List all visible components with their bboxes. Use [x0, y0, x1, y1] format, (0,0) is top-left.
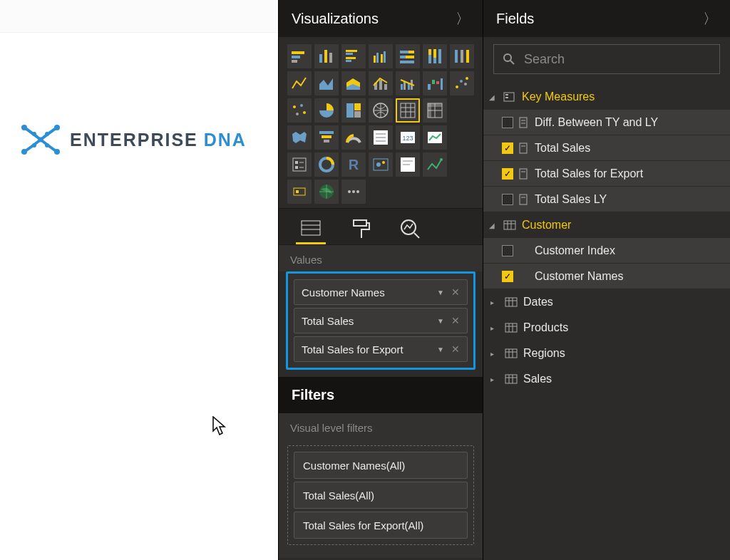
- values-field-well[interactable]: Customer Names ▼ ✕ Total Sales ▼ ✕ Total…: [286, 271, 475, 370]
- field-item[interactable]: ✓ Total Sales for Export: [483, 161, 730, 187]
- measure-icon: [519, 194, 529, 205]
- card-icon[interactable]: 123: [396, 125, 420, 150]
- svg-rect-10: [292, 56, 300, 58]
- filter-card[interactable]: Total Sales(All): [294, 482, 468, 509]
- stacked-column-chart-icon[interactable]: [314, 44, 339, 68]
- svg-rect-117: [520, 195, 527, 204]
- svg-rect-45: [436, 81, 439, 84]
- checkbox[interactable]: [502, 117, 513, 128]
- treemap-icon[interactable]: [341, 98, 366, 123]
- area-chart-icon[interactable]: [314, 71, 339, 95]
- globe-visual-icon[interactable]: [314, 180, 339, 204]
- fields-tab[interactable]: [296, 213, 326, 244]
- checkbox-checked[interactable]: ✓: [502, 142, 513, 154]
- line-stacked-column-icon[interactable]: [369, 71, 393, 95]
- filter-card[interactable]: Customer Names(All): [294, 452, 468, 479]
- visual-level-filters-label: Visual level filters: [279, 413, 483, 440]
- visual-level-filters-well[interactable]: Customer Names(All) Total Sales(All) Tot…: [287, 445, 474, 545]
- clustered-bar-chart-icon[interactable]: [341, 44, 366, 68]
- visualizations-header[interactable]: Visualizations 〉: [279, 0, 483, 37]
- matrix-visual-icon[interactable]: [423, 98, 447, 123]
- field-item[interactable]: Diff. Between TY and LY: [483, 110, 730, 135]
- table-key-measures[interactable]: ◢ Key Measures: [483, 84, 730, 110]
- pie-chart-icon[interactable]: [287, 98, 312, 123]
- chevron-right-icon[interactable]: 〉: [456, 9, 470, 28]
- fields-header[interactable]: Fields 〉: [483, 0, 730, 37]
- kpi-icon[interactable]: [423, 125, 447, 150]
- measure-icon: [519, 142, 529, 154]
- donut-outline-icon[interactable]: [314, 152, 339, 177]
- custom-visual-1-icon[interactable]: [396, 152, 420, 177]
- filled-map-icon[interactable]: [287, 125, 312, 150]
- remove-icon[interactable]: ✕: [451, 343, 460, 355]
- fields-tree: ◢ Key Measures Diff. Between TY and LY ✓…: [483, 81, 730, 403]
- r-visual-icon[interactable]: R: [341, 152, 366, 177]
- hundred-stacked-bar-icon[interactable]: [396, 44, 420, 68]
- hundred-stacked-column-icon[interactable]: [423, 44, 447, 68]
- fields-search-input[interactable]: [524, 52, 711, 67]
- table-customer[interactable]: ◢ Customer: [483, 212, 730, 238]
- funnel-chart-icon[interactable]: [314, 125, 339, 150]
- remove-icon[interactable]: ✕: [451, 286, 460, 298]
- analytics-tab[interactable]: [396, 213, 426, 244]
- stacked-area-chart-icon[interactable]: [341, 71, 366, 95]
- caret-right-icon: ▸: [490, 299, 499, 306]
- svg-rect-35: [466, 50, 469, 63]
- value-field-item[interactable]: Total Sales ▼ ✕: [294, 308, 468, 333]
- ribbon-chart-icon[interactable]: [450, 44, 474, 68]
- filters-header[interactable]: Filters: [279, 377, 483, 413]
- checkbox[interactable]: [502, 245, 513, 256]
- table-dates[interactable]: ▸ Dates: [483, 289, 730, 315]
- svg-rect-70: [322, 135, 331, 138]
- checkbox[interactable]: [502, 194, 513, 205]
- field-item[interactable]: ✓ Total Sales: [483, 135, 730, 161]
- svg-rect-102: [354, 220, 366, 226]
- svg-rect-79: [293, 158, 306, 171]
- chevron-right-icon[interactable]: 〉: [703, 9, 717, 28]
- field-item[interactable]: Total Sales LY: [483, 187, 730, 212]
- map-icon[interactable]: [369, 98, 393, 123]
- more-visuals-icon[interactable]: [341, 180, 366, 204]
- fields-search[interactable]: [493, 44, 720, 74]
- table-visual-icon[interactable]: [396, 98, 420, 123]
- svg-point-0: [21, 125, 27, 130]
- chevron-down-icon[interactable]: ▼: [437, 289, 444, 296]
- svg-rect-14: [329, 53, 332, 63]
- custom-visual-2-icon[interactable]: [423, 152, 447, 177]
- value-field-item[interactable]: Customer Names ▼ ✕: [294, 279, 468, 305]
- chevron-down-icon[interactable]: ▼: [437, 317, 444, 325]
- caret-down-icon: ◢: [489, 93, 498, 101]
- chevron-down-icon[interactable]: ▼: [437, 346, 444, 353]
- svg-point-1: [54, 125, 60, 130]
- line-clustered-column-icon[interactable]: [396, 71, 420, 95]
- custom-visual-3-icon[interactable]: [287, 180, 312, 204]
- svg-rect-38: [384, 84, 387, 90]
- remove-icon[interactable]: ✕: [451, 315, 460, 326]
- table-products[interactable]: ▸ Products: [483, 315, 730, 341]
- clustered-column-chart-icon[interactable]: [369, 44, 393, 68]
- field-item[interactable]: Customer Index: [483, 238, 730, 264]
- svg-point-6: [32, 143, 36, 147]
- line-chart-icon[interactable]: [287, 71, 312, 95]
- checkbox-checked[interactable]: ✓: [502, 271, 513, 282]
- arcgis-icon[interactable]: [369, 152, 393, 177]
- checkbox-checked[interactable]: ✓: [502, 168, 513, 180]
- table-sales[interactable]: ▸ Sales: [483, 366, 730, 392]
- viz-property-tabs: [279, 208, 483, 245]
- table-regions[interactable]: ▸ Regions: [483, 341, 730, 366]
- format-tab[interactable]: [346, 213, 376, 244]
- waterfall-chart-icon[interactable]: [423, 71, 447, 95]
- report-page[interactable]: ENTERPRISE DNA: [0, 32, 278, 560]
- gauge-icon[interactable]: [341, 125, 366, 150]
- scatter-chart-icon[interactable]: [450, 71, 474, 95]
- value-field-item[interactable]: Total Sales for Export ▼ ✕: [294, 336, 468, 362]
- stacked-bar-chart-icon[interactable]: [287, 44, 312, 68]
- svg-rect-20: [376, 53, 379, 63]
- slicer-icon[interactable]: [287, 152, 312, 177]
- multi-row-card-icon[interactable]: [369, 125, 393, 150]
- filter-card[interactable]: Total Sales for Export(All): [294, 512, 468, 539]
- visualizations-pane: Visualizations 〉 123: [278, 0, 483, 560]
- field-item[interactable]: ✓ Customer Names: [483, 264, 730, 289]
- values-label: Values: [279, 245, 483, 271]
- donut-chart-icon[interactable]: [314, 98, 339, 123]
